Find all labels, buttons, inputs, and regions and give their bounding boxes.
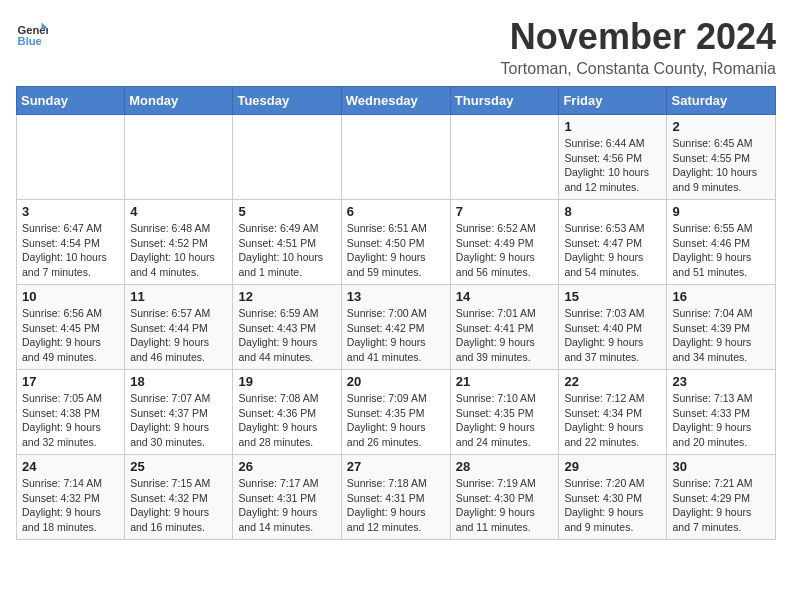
day-number: 6 — [347, 204, 445, 219]
day-cell: 19Sunrise: 7:08 AMSunset: 4:36 PMDayligh… — [233, 370, 341, 455]
day-number: 9 — [672, 204, 770, 219]
day-info: Sunrise: 7:17 AMSunset: 4:31 PMDaylight:… — [238, 476, 335, 535]
day-info: Sunrise: 7:00 AMSunset: 4:42 PMDaylight:… — [347, 306, 445, 365]
day-cell: 25Sunrise: 7:15 AMSunset: 4:32 PMDayligh… — [125, 455, 233, 540]
day-number: 8 — [564, 204, 661, 219]
header-cell-sunday: Sunday — [17, 87, 125, 115]
day-info: Sunrise: 6:44 AMSunset: 4:56 PMDaylight:… — [564, 136, 661, 195]
day-info: Sunrise: 6:55 AMSunset: 4:46 PMDaylight:… — [672, 221, 770, 280]
day-number: 14 — [456, 289, 554, 304]
day-info: Sunrise: 7:18 AMSunset: 4:31 PMDaylight:… — [347, 476, 445, 535]
day-number: 3 — [22, 204, 119, 219]
day-number: 30 — [672, 459, 770, 474]
day-info: Sunrise: 6:59 AMSunset: 4:43 PMDaylight:… — [238, 306, 335, 365]
day-number: 29 — [564, 459, 661, 474]
week-row-5: 24Sunrise: 7:14 AMSunset: 4:32 PMDayligh… — [17, 455, 776, 540]
day-cell: 2Sunrise: 6:45 AMSunset: 4:55 PMDaylight… — [667, 115, 776, 200]
day-cell: 18Sunrise: 7:07 AMSunset: 4:37 PMDayligh… — [125, 370, 233, 455]
week-row-4: 17Sunrise: 7:05 AMSunset: 4:38 PMDayligh… — [17, 370, 776, 455]
day-info: Sunrise: 7:03 AMSunset: 4:40 PMDaylight:… — [564, 306, 661, 365]
day-cell — [450, 115, 559, 200]
header-cell-monday: Monday — [125, 87, 233, 115]
day-number: 2 — [672, 119, 770, 134]
day-number: 18 — [130, 374, 227, 389]
day-cell: 8Sunrise: 6:53 AMSunset: 4:47 PMDaylight… — [559, 200, 667, 285]
day-info: Sunrise: 6:53 AMSunset: 4:47 PMDaylight:… — [564, 221, 661, 280]
day-number: 15 — [564, 289, 661, 304]
header-cell-wednesday: Wednesday — [341, 87, 450, 115]
day-cell: 20Sunrise: 7:09 AMSunset: 4:35 PMDayligh… — [341, 370, 450, 455]
header-cell-friday: Friday — [559, 87, 667, 115]
title-block: November 2024 Tortoman, Constanta County… — [501, 16, 776, 78]
day-info: Sunrise: 7:05 AMSunset: 4:38 PMDaylight:… — [22, 391, 119, 450]
day-number: 19 — [238, 374, 335, 389]
day-info: Sunrise: 7:09 AMSunset: 4:35 PMDaylight:… — [347, 391, 445, 450]
day-cell: 10Sunrise: 6:56 AMSunset: 4:45 PMDayligh… — [17, 285, 125, 370]
header-cell-tuesday: Tuesday — [233, 87, 341, 115]
day-cell: 4Sunrise: 6:48 AMSunset: 4:52 PMDaylight… — [125, 200, 233, 285]
day-cell: 16Sunrise: 7:04 AMSunset: 4:39 PMDayligh… — [667, 285, 776, 370]
day-cell: 27Sunrise: 7:18 AMSunset: 4:31 PMDayligh… — [341, 455, 450, 540]
day-cell: 7Sunrise: 6:52 AMSunset: 4:49 PMDaylight… — [450, 200, 559, 285]
day-info: Sunrise: 7:21 AMSunset: 4:29 PMDaylight:… — [672, 476, 770, 535]
day-info: Sunrise: 7:04 AMSunset: 4:39 PMDaylight:… — [672, 306, 770, 365]
svg-text:Blue: Blue — [18, 35, 42, 47]
day-cell: 28Sunrise: 7:19 AMSunset: 4:30 PMDayligh… — [450, 455, 559, 540]
day-info: Sunrise: 7:07 AMSunset: 4:37 PMDaylight:… — [130, 391, 227, 450]
day-info: Sunrise: 6:57 AMSunset: 4:44 PMDaylight:… — [130, 306, 227, 365]
day-cell: 12Sunrise: 6:59 AMSunset: 4:43 PMDayligh… — [233, 285, 341, 370]
day-info: Sunrise: 7:08 AMSunset: 4:36 PMDaylight:… — [238, 391, 335, 450]
day-number: 13 — [347, 289, 445, 304]
day-info: Sunrise: 6:49 AMSunset: 4:51 PMDaylight:… — [238, 221, 335, 280]
week-row-2: 3Sunrise: 6:47 AMSunset: 4:54 PMDaylight… — [17, 200, 776, 285]
header-row: SundayMondayTuesdayWednesdayThursdayFrid… — [17, 87, 776, 115]
day-cell: 29Sunrise: 7:20 AMSunset: 4:30 PMDayligh… — [559, 455, 667, 540]
header-cell-saturday: Saturday — [667, 87, 776, 115]
day-cell: 15Sunrise: 7:03 AMSunset: 4:40 PMDayligh… — [559, 285, 667, 370]
day-number: 7 — [456, 204, 554, 219]
day-cell — [17, 115, 125, 200]
day-cell — [125, 115, 233, 200]
day-info: Sunrise: 7:12 AMSunset: 4:34 PMDaylight:… — [564, 391, 661, 450]
day-info: Sunrise: 7:14 AMSunset: 4:32 PMDaylight:… — [22, 476, 119, 535]
day-cell — [341, 115, 450, 200]
logo-icon: General Blue — [16, 16, 48, 48]
day-cell: 3Sunrise: 6:47 AMSunset: 4:54 PMDaylight… — [17, 200, 125, 285]
day-cell: 5Sunrise: 6:49 AMSunset: 4:51 PMDaylight… — [233, 200, 341, 285]
calendar-subtitle: Tortoman, Constanta County, Romania — [501, 60, 776, 78]
day-cell: 17Sunrise: 7:05 AMSunset: 4:38 PMDayligh… — [17, 370, 125, 455]
day-cell: 9Sunrise: 6:55 AMSunset: 4:46 PMDaylight… — [667, 200, 776, 285]
day-cell: 1Sunrise: 6:44 AMSunset: 4:56 PMDaylight… — [559, 115, 667, 200]
day-cell: 13Sunrise: 7:00 AMSunset: 4:42 PMDayligh… — [341, 285, 450, 370]
day-number: 22 — [564, 374, 661, 389]
day-cell: 21Sunrise: 7:10 AMSunset: 4:35 PMDayligh… — [450, 370, 559, 455]
header-cell-thursday: Thursday — [450, 87, 559, 115]
week-row-1: 1Sunrise: 6:44 AMSunset: 4:56 PMDaylight… — [17, 115, 776, 200]
day-cell: 14Sunrise: 7:01 AMSunset: 4:41 PMDayligh… — [450, 285, 559, 370]
day-number: 21 — [456, 374, 554, 389]
week-row-3: 10Sunrise: 6:56 AMSunset: 4:45 PMDayligh… — [17, 285, 776, 370]
day-info: Sunrise: 6:56 AMSunset: 4:45 PMDaylight:… — [22, 306, 119, 365]
day-number: 1 — [564, 119, 661, 134]
day-cell: 11Sunrise: 6:57 AMSunset: 4:44 PMDayligh… — [125, 285, 233, 370]
day-number: 17 — [22, 374, 119, 389]
day-info: Sunrise: 7:01 AMSunset: 4:41 PMDaylight:… — [456, 306, 554, 365]
day-number: 26 — [238, 459, 335, 474]
day-number: 5 — [238, 204, 335, 219]
day-number: 12 — [238, 289, 335, 304]
day-info: Sunrise: 6:47 AMSunset: 4:54 PMDaylight:… — [22, 221, 119, 280]
day-number: 16 — [672, 289, 770, 304]
day-info: Sunrise: 6:48 AMSunset: 4:52 PMDaylight:… — [130, 221, 227, 280]
day-number: 4 — [130, 204, 227, 219]
day-info: Sunrise: 7:10 AMSunset: 4:35 PMDaylight:… — [456, 391, 554, 450]
day-cell — [233, 115, 341, 200]
day-number: 11 — [130, 289, 227, 304]
day-info: Sunrise: 7:13 AMSunset: 4:33 PMDaylight:… — [672, 391, 770, 450]
calendar-table: SundayMondayTuesdayWednesdayThursdayFrid… — [16, 86, 776, 540]
day-info: Sunrise: 6:52 AMSunset: 4:49 PMDaylight:… — [456, 221, 554, 280]
day-cell: 24Sunrise: 7:14 AMSunset: 4:32 PMDayligh… — [17, 455, 125, 540]
calendar-title: November 2024 — [501, 16, 776, 58]
day-info: Sunrise: 6:45 AMSunset: 4:55 PMDaylight:… — [672, 136, 770, 195]
day-cell: 22Sunrise: 7:12 AMSunset: 4:34 PMDayligh… — [559, 370, 667, 455]
day-number: 27 — [347, 459, 445, 474]
